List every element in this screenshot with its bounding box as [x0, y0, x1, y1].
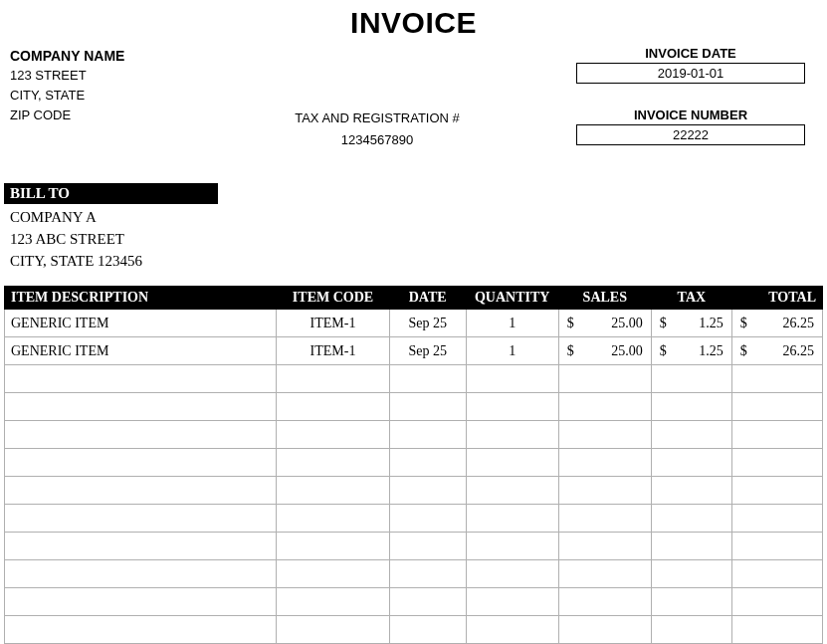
table-row-empty[interactable] — [5, 588, 823, 616]
invoice-number-value[interactable]: 22222 — [576, 124, 805, 145]
cell-sales[interactable]: $25.00 — [558, 310, 651, 337]
cell-desc[interactable]: GENERIC ITEM — [5, 337, 277, 365]
invoice-date-label: INVOICE DATE — [566, 46, 815, 61]
table-row-empty[interactable] — [5, 505, 823, 533]
bill-to-label: BILL TO — [4, 183, 218, 204]
company-city-state: CITY, STATE — [10, 86, 269, 106]
col-date: DATE — [389, 287, 466, 310]
invoice-number-label: INVOICE NUMBER — [566, 107, 815, 122]
table-row[interactable]: GENERIC ITEMITEM-1Sep 251$25.00$1.25$26.… — [5, 337, 823, 365]
tax-registration: TAX AND REGISTRATION # 1234567890 — [253, 107, 502, 151]
cell-code[interactable]: ITEM-1 — [277, 310, 389, 337]
col-desc: ITEM DESCRIPTION — [5, 287, 277, 310]
items-table: ITEM DESCRIPTION ITEM CODE DATE QUANTITY… — [4, 286, 823, 644]
company-address: COMPANY NAME 123 STREET CITY, STATE ZIP … — [10, 46, 269, 125]
cell-qty[interactable]: 1 — [466, 310, 558, 337]
cell-desc[interactable]: GENERIC ITEM — [5, 310, 277, 337]
cell-tax[interactable]: $1.25 — [651, 337, 731, 365]
col-total: TOTAL — [731, 287, 822, 310]
cell-sales[interactable]: $25.00 — [558, 337, 651, 365]
col-tax: TAX — [651, 287, 731, 310]
table-row[interactable]: GENERIC ITEMITEM-1Sep 251$25.00$1.25$26.… — [5, 310, 823, 337]
col-code: ITEM CODE — [277, 287, 389, 310]
col-sales: SALES — [558, 287, 651, 310]
cell-code[interactable]: ITEM-1 — [277, 337, 389, 365]
cell-tax[interactable]: $1.25 — [651, 310, 731, 337]
tax-value: 1234567890 — [253, 129, 502, 151]
table-header-row: ITEM DESCRIPTION ITEM CODE DATE QUANTITY… — [5, 287, 823, 310]
cell-total[interactable]: $26.25 — [731, 337, 822, 365]
cell-total[interactable]: $26.25 — [731, 310, 822, 337]
table-row-empty[interactable] — [5, 616, 823, 644]
table-row-empty[interactable] — [5, 477, 823, 505]
company-name: COMPANY NAME — [10, 46, 269, 66]
col-qty: QUANTITY — [466, 287, 558, 310]
table-row-empty[interactable] — [5, 421, 823, 449]
cell-date[interactable]: Sep 25 — [389, 310, 466, 337]
header-block: COMPANY NAME 123 STREET CITY, STATE ZIP … — [4, 46, 823, 165]
table-row-empty[interactable] — [5, 365, 823, 393]
table-row-empty[interactable] — [5, 560, 823, 588]
cell-date[interactable]: Sep 25 — [389, 337, 466, 365]
company-zip: ZIP CODE — [10, 106, 269, 125]
page-title: INVOICE — [4, 6, 823, 40]
bill-to-street: 123 ABC STREET — [10, 228, 817, 250]
bill-to-block: COMPANY A 123 ABC STREET CITY, STATE 123… — [4, 204, 823, 272]
company-street: 123 STREET — [10, 66, 269, 86]
cell-qty[interactable]: 1 — [466, 337, 558, 365]
table-row-empty[interactable] — [5, 449, 823, 477]
table-row-empty[interactable] — [5, 393, 823, 421]
bill-to-city: CITY, STATE 123456 — [10, 250, 817, 272]
table-row-empty[interactable] — [5, 533, 823, 560]
tax-label: TAX AND REGISTRATION # — [253, 107, 502, 129]
invoice-meta: INVOICE DATE 2019-01-01 INVOICE NUMBER 2… — [566, 46, 815, 145]
invoice-date-value[interactable]: 2019-01-01 — [576, 63, 805, 84]
bill-to-name: COMPANY A — [10, 206, 817, 228]
